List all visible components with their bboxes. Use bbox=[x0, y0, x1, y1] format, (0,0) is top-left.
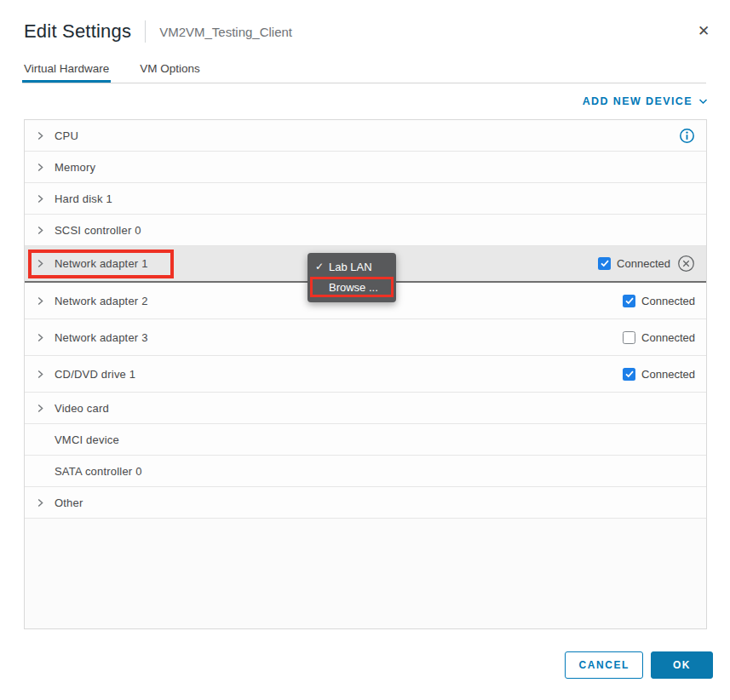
device-row-memory[interactable]: Memory bbox=[25, 152, 706, 183]
chevron-right-icon[interactable] bbox=[37, 404, 46, 413]
device-label: SATA controller 0 bbox=[55, 465, 142, 478]
chevron-right-icon[interactable] bbox=[37, 296, 46, 306]
checkmark-icon: ✓ bbox=[315, 261, 329, 273]
tab-vm-options[interactable]: VM Options bbox=[138, 56, 202, 83]
device-label: VMCI device bbox=[55, 433, 119, 446]
device-label: CPU bbox=[55, 129, 78, 142]
cancel-button[interactable]: CANCEL bbox=[565, 651, 643, 679]
dropdown-item-browse[interactable]: Browse ... bbox=[310, 277, 394, 297]
device-label: Memory bbox=[55, 161, 95, 174]
tab-virtual-hardware[interactable]: Virtual Hardware bbox=[22, 56, 111, 83]
tab-bar: Virtual Hardware VM Options bbox=[22, 56, 706, 83]
dropdown-item-lab-lan[interactable]: ✓Lab LAN bbox=[308, 257, 396, 276]
dialog-title: Edit Settings bbox=[24, 20, 131, 43]
chevron-right-icon[interactable] bbox=[37, 259, 46, 268]
add-new-device-label: ADD NEW DEVICE bbox=[583, 95, 693, 107]
device-label: Network adapter 1 bbox=[55, 257, 148, 270]
chevron-right-icon[interactable] bbox=[37, 163, 46, 172]
add-new-device-button[interactable]: ADD NEW DEVICE bbox=[583, 95, 708, 107]
device-label: Network adapter 3 bbox=[55, 331, 148, 344]
dropdown-item-label: Browse ... bbox=[329, 281, 378, 294]
connected-checkbox[interactable] bbox=[623, 331, 635, 344]
chevron-right-icon[interactable] bbox=[37, 333, 46, 342]
device-row-hard-disk-1[interactable]: Hard disk 1 bbox=[25, 183, 706, 215]
connected-checkbox[interactable] bbox=[623, 295, 635, 307]
connected-label: Connected bbox=[641, 331, 695, 344]
device-label: Hard disk 1 bbox=[55, 192, 112, 205]
info-icon[interactable] bbox=[679, 128, 695, 144]
device-row-vmci-device: VMCI device bbox=[25, 424, 706, 456]
device-row-cpu[interactable]: CPU bbox=[25, 120, 706, 152]
remove-device-icon[interactable] bbox=[677, 255, 695, 273]
footer: CANCEL OK bbox=[565, 651, 713, 679]
device-label: Other bbox=[55, 496, 83, 509]
device-row-video-card[interactable]: Video card bbox=[25, 393, 706, 424]
connected-checkbox[interactable] bbox=[598, 257, 611, 270]
row-right: Connected bbox=[623, 368, 695, 381]
chevron-right-icon[interactable] bbox=[37, 498, 46, 508]
network-dropdown-menu: ✓Lab LANBrowse ... bbox=[308, 253, 396, 302]
row-right: Connected bbox=[623, 331, 695, 344]
dropdown-item-label: Lab LAN bbox=[329, 261, 372, 273]
row-right: Connected bbox=[598, 255, 695, 273]
connected-label: Connected bbox=[641, 368, 695, 381]
device-row-cd-dvd-drive-1[interactable]: CD/DVD drive 1Connected bbox=[25, 356, 706, 393]
dialog-header: Edit Settings VM2VM_Testing_Client bbox=[0, 0, 730, 43]
ok-button[interactable]: OK bbox=[651, 651, 713, 679]
row-right bbox=[679, 128, 695, 144]
device-list: CPUMemoryHard disk 1SCSI controller 0Net… bbox=[24, 119, 707, 629]
device-label: Video card bbox=[55, 402, 109, 415]
row-right: Connected bbox=[623, 295, 695, 307]
device-label: CD/DVD drive 1 bbox=[55, 368, 135, 381]
title-divider bbox=[145, 20, 146, 43]
toolbar: ADD NEW DEVICE bbox=[0, 83, 730, 119]
chevron-right-icon[interactable] bbox=[37, 194, 46, 204]
chevron-right-icon[interactable] bbox=[37, 370, 46, 379]
connected-checkbox[interactable] bbox=[623, 368, 635, 381]
chevron-down-icon bbox=[698, 98, 708, 105]
device-label: SCSI controller 0 bbox=[55, 224, 141, 237]
connected-label: Connected bbox=[641, 295, 695, 307]
chevron-right-icon[interactable] bbox=[37, 226, 46, 235]
device-row-network-adapter-3[interactable]: Network adapter 3Connected bbox=[25, 319, 706, 356]
device-row-other[interactable]: Other bbox=[25, 487, 706, 519]
vm-name: VM2VM_Testing_Client bbox=[159, 25, 292, 39]
device-row-sata-controller-0: SATA controller 0 bbox=[25, 456, 706, 487]
device-label: Network adapter 2 bbox=[55, 295, 148, 307]
device-row-scsi-controller-0[interactable]: SCSI controller 0 bbox=[25, 215, 706, 246]
chevron-right-icon[interactable] bbox=[37, 131, 46, 141]
connected-label: Connected bbox=[617, 257, 670, 270]
close-icon[interactable]: ✕ bbox=[694, 21, 713, 40]
